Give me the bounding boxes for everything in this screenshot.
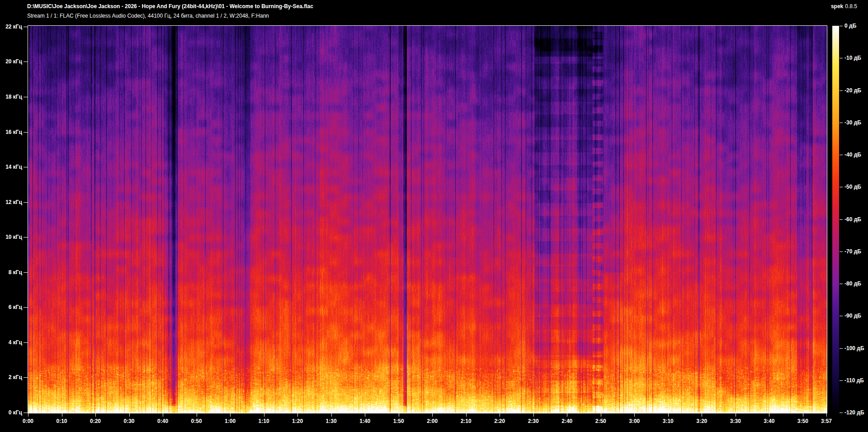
time-tick-label: 1:40	[359, 418, 370, 424]
db-tick	[840, 187, 843, 187]
time-tick	[264, 413, 264, 417]
time-tick-label: 3:20	[696, 418, 707, 424]
spek-window: D:\MUSIC\Joe Jackson\Joe Jackson - 2026 …	[0, 0, 868, 432]
time-tick-label: 2:20	[494, 418, 505, 424]
db-tick-label: -40 дБ	[844, 152, 861, 158]
freq-tick	[24, 272, 28, 273]
time-tick	[163, 413, 163, 417]
freq-tick-label: 10 кГц	[0, 234, 22, 240]
db-tick-label: -80 дБ	[844, 280, 861, 287]
db-tick-label: -90 дБ	[844, 313, 861, 319]
db-tick-label: 0 дБ	[844, 23, 856, 29]
time-tick	[533, 413, 534, 417]
time-tick-label: 0:30	[124, 418, 135, 424]
time-tick	[803, 413, 803, 417]
spectrogram-canvas	[28, 26, 827, 413]
db-tick	[840, 380, 843, 381]
db-tick	[840, 123, 843, 123]
freq-tick	[24, 132, 28, 133]
time-tick	[601, 413, 601, 417]
freq-tick	[24, 342, 28, 343]
time-tick-label: 0:10	[56, 418, 67, 424]
db-tick	[840, 219, 843, 220]
time-tick-label: 1:20	[292, 418, 303, 424]
time-tick	[634, 413, 635, 417]
time-tick-label: 3:30	[730, 418, 741, 424]
freq-tick	[24, 307, 28, 308]
app-version-label: spek0.8.5	[831, 3, 857, 9]
time-tick	[466, 413, 467, 417]
time-tick	[500, 413, 500, 417]
freq-tick-label: 6 кГц	[0, 304, 22, 310]
db-tick-label: -70 дБ	[844, 248, 861, 255]
db-tick-label: -30 дБ	[844, 119, 861, 126]
db-tick	[840, 252, 843, 252]
time-tick-label: 1:00	[225, 418, 236, 424]
time-tick	[702, 413, 702, 417]
freq-tick	[24, 377, 28, 378]
time-tick-label: 1:50	[393, 418, 404, 424]
time-tick	[668, 413, 669, 417]
freq-tick-label: 16 кГц	[0, 129, 22, 135]
stream-info: Stream 1 / 1: FLAC (Free Lossless Audio …	[27, 13, 269, 19]
time-tick-label: 2:30	[528, 418, 539, 424]
freq-tick	[24, 27, 28, 27]
freq-tick	[24, 413, 28, 413]
db-tick-label: -10 дБ	[844, 55, 861, 61]
freq-tick-label: 20 кГц	[0, 58, 22, 65]
db-tick	[840, 348, 843, 349]
time-tick-label: 0:40	[157, 418, 168, 424]
time-tick-label: 3:57	[821, 418, 832, 424]
spectrogram-frame	[28, 25, 827, 413]
db-tick-label: -100 дБ	[844, 345, 864, 351]
freq-tick	[24, 62, 28, 62]
file-path-title: D:\MUSIC\Joe Jackson\Joe Jackson - 2026 …	[27, 3, 313, 9]
freq-tick-label: 4 кГц	[0, 339, 22, 346]
freq-tick-label: 14 кГц	[0, 164, 22, 170]
freq-tick	[24, 202, 28, 203]
time-tick-label: 3:00	[629, 418, 640, 424]
db-tick-label: -60 дБ	[844, 216, 861, 223]
time-tick-label: 1:10	[259, 418, 269, 424]
db-tick	[840, 155, 843, 155]
time-tick	[62, 413, 62, 417]
time-tick-label: 3:10	[663, 418, 674, 424]
freq-tick-label: 22 кГц	[0, 24, 22, 30]
time-tick	[297, 413, 298, 417]
time-tick	[769, 413, 769, 417]
db-tick-label: -20 дБ	[844, 87, 861, 94]
time-tick	[129, 413, 130, 417]
db-tick-label: -120 дБ	[844, 409, 864, 416]
freq-tick-label: 2 кГц	[0, 374, 22, 380]
time-tick-label: 0:50	[191, 418, 202, 424]
db-tick	[840, 90, 843, 91]
db-tick	[840, 58, 843, 58]
time-tick-label: 2:50	[595, 418, 606, 424]
time-tick	[197, 413, 197, 417]
time-tick	[567, 413, 567, 417]
time-tick	[736, 413, 736, 417]
db-tick	[840, 26, 843, 26]
time-tick	[826, 413, 827, 417]
app-version-number: 0.8.5	[845, 3, 857, 9]
time-tick-label: 1:30	[326, 418, 337, 424]
time-tick	[28, 413, 28, 417]
freq-tick	[24, 237, 28, 237]
db-gradient-bar	[832, 26, 839, 413]
time-tick-label: 3:50	[797, 418, 808, 424]
freq-tick-label: 8 кГц	[0, 269, 22, 275]
time-tick	[432, 413, 433, 417]
time-tick	[365, 413, 365, 417]
freq-tick-label: 18 кГц	[0, 94, 22, 100]
freq-tick-label: 12 кГц	[0, 199, 22, 205]
freq-tick	[24, 167, 28, 167]
db-tick	[840, 316, 843, 316]
time-tick-label: 2:00	[427, 418, 438, 424]
db-tick	[840, 284, 843, 284]
time-tick-label: 0:20	[90, 418, 101, 424]
app-name: spek	[831, 3, 843, 9]
time-tick	[399, 413, 399, 417]
time-tick-label: 2:10	[461, 418, 472, 424]
time-tick-label: 3:40	[764, 418, 774, 424]
freq-tick-label: 0 кГц	[0, 409, 22, 416]
